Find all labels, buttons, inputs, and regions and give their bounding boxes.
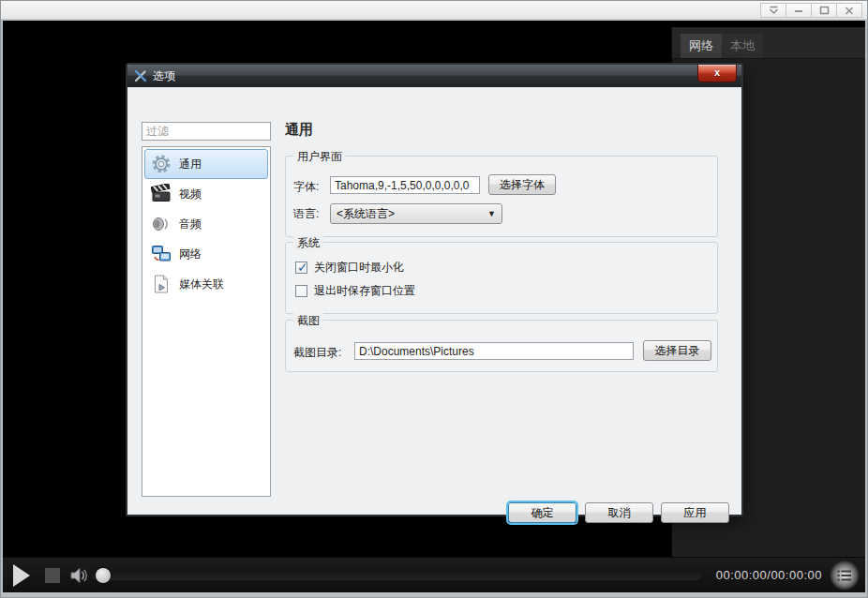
nav-item-audio[interactable]: 音频 [144,209,268,239]
speaker-icon [150,213,172,235]
apply-button[interactable]: 应用 [661,502,729,523]
ok-button[interactable]: 确定 [508,502,576,523]
language-value: <系统语言> [337,206,487,222]
nav-item-network[interactable]: 网络 [144,239,268,269]
screenshot-dir-input[interactable] [354,342,634,360]
seek-handle[interactable] [96,568,111,583]
close-button[interactable] [836,3,862,18]
page-title: 通用 [285,121,313,139]
playlist-button[interactable] [830,561,860,591]
screenshot-dir-label: 截图目录: [293,345,341,361]
tools-icon [134,69,147,82]
network-computers-icon [150,243,172,265]
chevron-down-bar-icon [769,6,779,15]
language-label: 语言: [293,206,319,222]
window-titlebar[interactable] [1,1,867,20]
group-title: 截图 [293,313,323,329]
filter-input[interactable] [142,122,271,141]
nav-item-label: 音频 [179,217,202,232]
cancel-button[interactable]: 取消 [585,502,653,523]
nav-item-label: 视频 [179,187,202,202]
nav-item-video[interactable]: 视频 [144,179,268,209]
playlist-tabs: 网络 本地 [672,27,865,59]
language-select[interactable]: <系统语言> ▼ [330,203,502,224]
minimize-button[interactable] [786,3,812,18]
font-input[interactable] [330,176,480,194]
choose-font-button[interactable]: 选择字体 [488,174,556,195]
maximize-icon [819,6,830,15]
checkbox-label: 退出时保存窗口位置 [314,283,415,299]
media-document-icon [150,273,172,295]
checkbox-save-window-position[interactable] [295,285,307,297]
dialog-body: 通用 视频 [127,87,741,515]
window-controls [761,3,862,18]
nav-item-label: 通用 [179,157,202,172]
dialog-title: 选项 [153,68,175,84]
nav-item-general[interactable]: 通用 [144,149,268,179]
options-dialog: 选项 x 通用 [126,63,743,516]
stop-button[interactable] [45,568,60,583]
maximize-button[interactable] [811,3,837,18]
nav-item-label: 网络 [179,247,202,262]
film-clapper-icon [150,183,172,205]
checkbox-minimize-on-close[interactable] [295,262,307,274]
group-screenshot: 截图 截图目录: 选择目录 [285,320,718,372]
dialog-close-button[interactable]: x [697,65,737,82]
checkbox-label: 关闭窗口时最小化 [314,260,404,276]
group-title: 用户界面 [293,149,346,165]
close-icon [845,7,854,15]
font-label: 字体: [293,179,319,195]
chevron-down-icon: ▼ [487,209,496,218]
close-icon: x [714,67,720,78]
nav-item-media-assoc[interactable]: 媒体关联 [144,269,268,299]
tab-network[interactable]: 网络 [681,34,722,58]
time-display: 00:00:00/00:00:00 [716,568,822,582]
group-user-interface: 用户界面 字体: 选择字体 语言: <系统语言> ▼ [285,156,718,237]
settings-nav: 通用 视频 [142,146,271,497]
play-button[interactable] [13,564,30,587]
choose-dir-button[interactable]: 选择目录 [643,340,711,361]
minimize-icon [794,7,803,15]
seek-bar[interactable] [92,571,701,580]
volume-button[interactable] [68,565,89,590]
speaker-icon [68,565,89,586]
dialog-titlebar[interactable]: 选项 x [127,65,741,87]
playlist-icon [837,569,852,582]
gear-icon [150,153,172,175]
player-controls: 00:00:00/00:00:00 [3,557,865,592]
player-window: 网络 本地 00:00:00/00:00:00 [0,0,868,598]
group-system: 系统 关闭窗口时最小化 退出时保存窗口位置 [285,242,718,314]
tab-local[interactable]: 本地 [722,34,763,58]
window-menu-button[interactable] [760,3,786,18]
nav-item-label: 媒体关联 [179,277,224,292]
group-title: 系统 [293,235,323,251]
